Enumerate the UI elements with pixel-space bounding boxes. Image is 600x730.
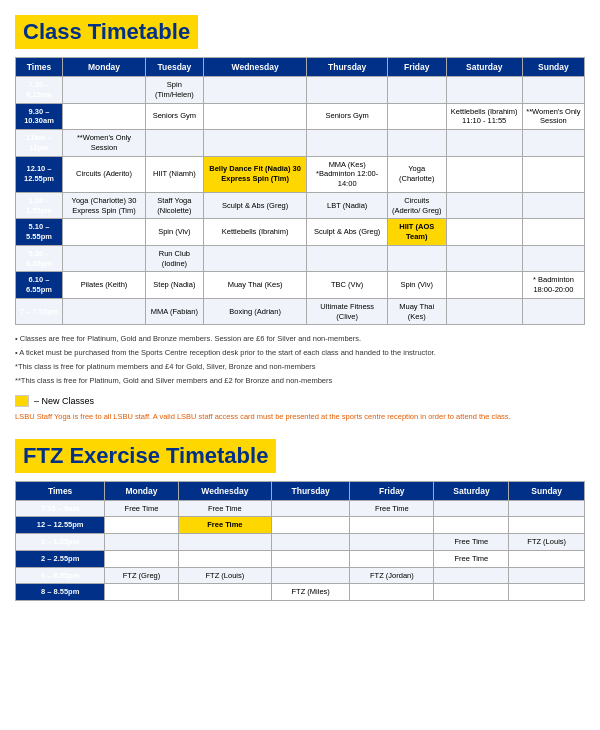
table-cell: FTZ (Louis) <box>509 534 585 551</box>
table-row: 7.30 – 8.15am <box>16 77 63 104</box>
table-cell <box>522 298 584 325</box>
table-cell: Pilates (Keith) <box>62 272 145 299</box>
table-cell: Spin (Tim/Helen) <box>146 77 204 104</box>
table-cell: Belly Dance Fit (Nadia) 30 Express Spin … <box>203 156 307 192</box>
table-row: 1 – 1.55pm <box>16 534 105 551</box>
table-cell: FTZ (Greg) <box>105 567 178 584</box>
ftz-col-times: Times <box>16 481 105 500</box>
table-cell: Muay Thai (Kes) <box>387 298 446 325</box>
table-cell <box>272 500 350 517</box>
ftz-col-monday: Monday <box>105 481 178 500</box>
table-cell <box>203 77 307 104</box>
table-cell <box>350 550 434 567</box>
table-cell <box>307 130 387 157</box>
table-cell: Seniors Gym <box>307 103 387 130</box>
table-cell <box>387 77 446 104</box>
table-cell <box>272 550 350 567</box>
col-saturday: Saturday <box>446 58 522 77</box>
table-cell <box>272 534 350 551</box>
table-cell: Boxing (Adrian) <box>203 298 307 325</box>
table-cell: Free Time <box>178 500 271 517</box>
table-cell: Seniors Gym <box>146 103 204 130</box>
yellow-legend-box <box>15 395 29 407</box>
legend: – New Classes <box>15 395 585 407</box>
col-tuesday: Tuesday <box>146 58 204 77</box>
table-cell: Step (Nadia) <box>146 272 204 299</box>
table-cell <box>105 534 178 551</box>
table-cell <box>387 245 446 272</box>
table-row: 9.30 – 10.30am <box>16 103 63 130</box>
table-row: 5.30 – 6.30pm <box>16 245 63 272</box>
table-cell <box>146 130 204 157</box>
table-cell <box>387 103 446 130</box>
lsbu-note: LSBU Staff Yoga is free to all LSBU staf… <box>15 411 585 422</box>
table-cell: Free Time <box>434 534 509 551</box>
ftz-col-wednesday: Wednesday <box>178 481 271 500</box>
table-cell <box>446 77 522 104</box>
col-times: Times <box>16 58 63 77</box>
table-cell <box>509 567 585 584</box>
class-timetable: Times Monday Tuesday Wednesday Thursday … <box>15 57 585 325</box>
table-cell <box>522 245 584 272</box>
table-cell <box>522 192 584 219</box>
col-sunday: Sunday <box>522 58 584 77</box>
note-4: **This class is free for Platinum, Gold … <box>15 375 585 387</box>
table-cell: HIIT (Niamh) <box>146 156 204 192</box>
table-cell <box>203 245 307 272</box>
table-cell <box>203 103 307 130</box>
table-cell <box>307 77 387 104</box>
ftz-col-friday: Friday <box>350 481 434 500</box>
table-cell <box>522 77 584 104</box>
table-row: 12 – 12.55pm <box>16 517 105 534</box>
table-cell <box>178 534 271 551</box>
table-cell <box>105 517 178 534</box>
ftz-col-saturday: Saturday <box>434 481 509 500</box>
table-cell <box>509 517 585 534</box>
ftz-col-sunday: Sunday <box>509 481 585 500</box>
table-cell: MMA (Kes) *Badminton 12:00-14:00 <box>307 156 387 192</box>
table-cell <box>434 584 509 601</box>
table-cell <box>105 550 178 567</box>
table-cell <box>522 156 584 192</box>
table-cell <box>62 103 145 130</box>
table-cell: LBT (Nadia) <box>307 192 387 219</box>
note-3: *This class is free for platinum members… <box>15 361 585 373</box>
table-cell: TBC (Viv) <box>307 272 387 299</box>
table-cell: Muay Thai (Kes) <box>203 272 307 299</box>
table-cell: Spin (Viv) <box>387 272 446 299</box>
table-row: 7 – 7.55pm <box>16 298 63 325</box>
table-cell: Free Time <box>350 500 434 517</box>
table-cell <box>522 219 584 246</box>
table-cell <box>178 550 271 567</box>
col-monday: Monday <box>62 58 145 77</box>
table-cell: Ultimate Fitness (Clive) <box>307 298 387 325</box>
table-cell: Yoga (Charlotte) 30 Express Spin (Tim) <box>62 192 145 219</box>
note-2: • A ticket must be purchased from the Sp… <box>15 347 585 359</box>
table-cell: **Women's Only Session <box>522 103 584 130</box>
table-cell <box>62 298 145 325</box>
col-wednesday: Wednesday <box>203 58 307 77</box>
col-friday: Friday <box>387 58 446 77</box>
table-row: 6 – 6.55pm <box>16 567 105 584</box>
table-cell <box>62 77 145 104</box>
table-cell <box>509 500 585 517</box>
table-cell <box>446 298 522 325</box>
table-row: 6.10 – 6.55pm <box>16 272 63 299</box>
table-cell: Spin (Viv) <box>146 219 204 246</box>
table-cell <box>350 534 434 551</box>
note-1: • Classes are free for Platinum, Gold an… <box>15 333 585 345</box>
table-cell <box>307 245 387 272</box>
table-cell: MMA (Fabian) <box>146 298 204 325</box>
table-cell <box>350 584 434 601</box>
table-cell <box>272 517 350 534</box>
table-cell <box>522 130 584 157</box>
table-cell <box>446 272 522 299</box>
notes-section: • Classes are free for Platinum, Gold an… <box>15 333 585 387</box>
table-cell: Circuits (Aderito/ Greg) <box>387 192 446 219</box>
table-cell: FTZ (Miles) <box>272 584 350 601</box>
ftz-timetable-title: FTZ Exercise Timetable <box>15 439 276 473</box>
table-cell: Kettlebells (Ibrahim) 11:10 - 11:55 <box>446 103 522 130</box>
table-cell <box>446 219 522 246</box>
table-row: 8 – 8.55pm <box>16 584 105 601</box>
table-cell <box>272 567 350 584</box>
